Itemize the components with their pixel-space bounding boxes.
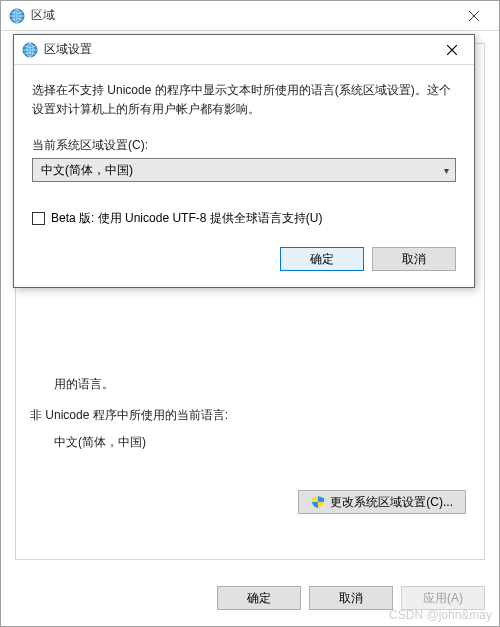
close-button-modal[interactable]: [432, 35, 472, 65]
globe-icon: [9, 8, 25, 24]
parent-title: 区域: [31, 7, 451, 24]
partial-text: 用的语言。: [54, 376, 470, 393]
locale-select-value: 中文(简体，中国): [41, 162, 133, 179]
modal-title: 区域设置: [44, 41, 432, 58]
modal-ok-button[interactable]: 确定: [280, 247, 364, 271]
non-unicode-heading: 非 Unicode 程序中所使用的当前语言:: [30, 407, 470, 424]
close-button-parent[interactable]: [451, 1, 497, 31]
modal-titlebar: 区域设置: [14, 35, 474, 65]
parent-footer: 确定 取消 应用(A): [1, 572, 499, 626]
shield-icon: [311, 495, 325, 509]
locale-select[interactable]: 中文(简体，中国) ▾: [32, 158, 456, 182]
parent-titlebar: 区域: [1, 1, 499, 31]
checkbox-icon: [32, 212, 45, 225]
modal-description: 选择在不支持 Unicode 的程序中显示文本时所使用的语言(系统区域设置)。这…: [32, 81, 456, 119]
modal-cancel-button[interactable]: 取消: [372, 247, 456, 271]
globe-icon: [22, 42, 38, 58]
beta-utf8-checkbox-row[interactable]: Beta 版: 使用 Unicode UTF-8 提供全球语言支持(U): [32, 210, 456, 227]
close-icon: [469, 11, 479, 21]
non-unicode-value: 中文(简体，中国): [54, 434, 470, 451]
close-icon: [447, 45, 457, 55]
modal-body: 选择在不支持 Unicode 的程序中显示文本时所使用的语言(系统区域设置)。这…: [14, 65, 474, 231]
beta-utf8-label: Beta 版: 使用 Unicode UTF-8 提供全球语言支持(U): [51, 210, 322, 227]
chevron-down-icon: ▾: [444, 165, 449, 176]
parent-ok-button[interactable]: 确定: [217, 586, 301, 610]
locale-settings-dialog: 区域设置 选择在不支持 Unicode 的程序中显示文本时所使用的语言(系统区域…: [13, 34, 475, 288]
parent-apply-button: 应用(A): [401, 586, 485, 610]
parent-cancel-button[interactable]: 取消: [309, 586, 393, 610]
locale-label: 当前系统区域设置(C):: [32, 137, 456, 154]
modal-footer: 确定 取消: [14, 231, 474, 287]
change-system-locale-button[interactable]: 更改系统区域设置(C)...: [298, 490, 466, 514]
change-system-locale-label: 更改系统区域设置(C)...: [330, 494, 453, 511]
